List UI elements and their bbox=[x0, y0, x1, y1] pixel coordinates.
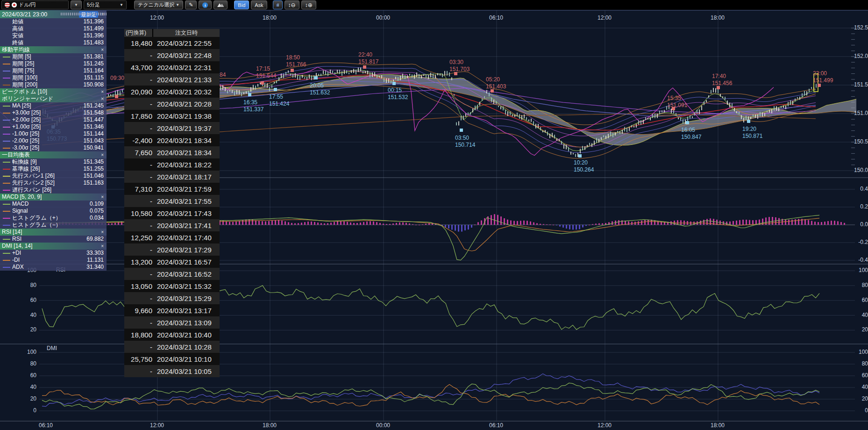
macd-tick-label: 0.4 bbox=[860, 186, 868, 192]
indicator-label: 期間 [100] bbox=[12, 74, 84, 81]
indicator-value: 151.396 bbox=[84, 18, 104, 25]
timeframe-selector[interactable]: 5分足 ▼ bbox=[84, 0, 127, 9]
order-row[interactable]: -2024/03/21 15:29 bbox=[124, 292, 220, 304]
close-icon[interactable]: × bbox=[100, 95, 105, 102]
vertical-zoom-out-button[interactable]: ↕⊖ bbox=[285, 0, 299, 9]
order-row[interactable]: -2024/03/21 10:05 bbox=[124, 365, 220, 377]
line-color-swatch bbox=[3, 218, 12, 219]
order-row[interactable]: 7,6502024/03/21 18:34 bbox=[124, 146, 220, 158]
order-row[interactable]: 20,0902024/03/21 20:32 bbox=[124, 86, 220, 98]
order-row[interactable]: -2024/03/21 21:33 bbox=[124, 73, 220, 86]
close-icon[interactable]: × bbox=[100, 46, 105, 53]
currency-dropdown-button[interactable]: ▼ bbox=[71, 0, 82, 9]
info-button[interactable]: i bbox=[199, 0, 212, 9]
bottom-annotation: 17:55151.424 bbox=[269, 93, 289, 108]
close-icon[interactable]: × bbox=[100, 194, 105, 201]
order-amount: 7,650 bbox=[124, 149, 152, 157]
line-color-swatch bbox=[3, 127, 12, 128]
order-row[interactable]: -2024/03/21 20:28 bbox=[124, 98, 220, 110]
order-row[interactable]: -2024/03/21 10:28 bbox=[124, 341, 220, 353]
order-row[interactable]: -2,4002024/03/21 18:34 bbox=[124, 134, 220, 146]
indicator-value: 31.340 bbox=[86, 264, 104, 271]
top-time-label: 18:00 bbox=[263, 14, 277, 21]
chart-type-button[interactable] bbox=[213, 0, 228, 9]
ask-button[interactable]: Ask bbox=[251, 0, 267, 9]
order-row[interactable]: 12,2502024/03/21 17:40 bbox=[124, 231, 220, 244]
indicator-label: 先行スパン1 [26] bbox=[12, 172, 84, 179]
line-color-swatch bbox=[3, 57, 12, 57]
order-row[interactable]: -2024/03/21 17:55 bbox=[124, 195, 220, 207]
line-color-swatch bbox=[3, 211, 12, 212]
close-icon[interactable]: × bbox=[100, 151, 105, 158]
dmi-tick-label-left: 100 bbox=[24, 349, 36, 355]
indicator-label: 期間 [75] bbox=[12, 67, 84, 74]
indicator-label: +2.00σ [25] bbox=[12, 116, 84, 123]
order-row[interactable]: 18,4802024/03/21 22:55 bbox=[124, 37, 220, 49]
close-icon[interactable]: × bbox=[100, 229, 105, 236]
candle-fit-button[interactable]: ılıl bbox=[273, 0, 283, 9]
order-row[interactable]: 43,7002024/03/21 22:31 bbox=[124, 61, 220, 73]
order-row[interactable]: 10,5802024/03/21 17:43 bbox=[124, 207, 220, 219]
indicator-row: 期間 [100]151.115 bbox=[0, 74, 107, 81]
order-amount: -2,400 bbox=[124, 136, 152, 144]
order-amount: - bbox=[124, 367, 152, 375]
indicator-label: ヒストグラム（−） bbox=[12, 222, 104, 229]
order-amount: 9,660 bbox=[124, 307, 152, 315]
draw-tool-button[interactable]: ✎ bbox=[185, 0, 197, 9]
info-panel-body: 始値151.396高値151.499安値151.396終値151.483移動平均… bbox=[0, 18, 107, 271]
dmi-tick-label-left: 0 bbox=[24, 407, 36, 414]
indicator-value: 151.164 bbox=[84, 67, 104, 74]
indicator-label: 期間 [200] bbox=[12, 81, 84, 88]
order-datetime: 2024/03/21 17:41 bbox=[152, 222, 212, 229]
order-row[interactable]: 13,2002024/03/21 16:57 bbox=[124, 256, 220, 268]
dmi-tick-label-left: 40 bbox=[24, 384, 36, 390]
order-datetime: 2024/03/21 22:48 bbox=[152, 51, 212, 59]
order-row[interactable]: 18,8002024/03/21 10:40 bbox=[124, 329, 220, 341]
bottom-annotation: 16:35151.337 bbox=[243, 99, 263, 113]
order-row[interactable]: -2024/03/21 22:48 bbox=[124, 49, 220, 61]
order-row[interactable]: -2024/03/21 19:37 bbox=[124, 122, 220, 134]
macd-tick-label: -0.2 bbox=[858, 239, 868, 245]
order-row[interactable]: -2024/03/21 16:52 bbox=[124, 268, 220, 280]
order-amount: 20,090 bbox=[124, 88, 152, 96]
order-datetime: 2024/03/21 15:29 bbox=[152, 294, 212, 302]
indicator-section-header: RSI [14]× bbox=[0, 229, 107, 236]
close-icon[interactable]: × bbox=[100, 88, 105, 95]
order-row[interactable]: 17,8502024/03/21 19:38 bbox=[124, 110, 220, 122]
order-row[interactable]: 9,6602024/03/21 13:17 bbox=[124, 304, 220, 316]
order-row[interactable]: -2024/03/21 17:41 bbox=[124, 219, 220, 231]
indicator-value: 151.345 bbox=[84, 158, 104, 165]
order-row[interactable]: 7,3102024/03/21 17:59 bbox=[124, 183, 220, 195]
line-color-swatch bbox=[3, 113, 12, 114]
bid-button[interactable]: Bid bbox=[234, 0, 249, 9]
order-row[interactable]: -2024/03/21 17:29 bbox=[124, 244, 220, 256]
indicator-label: MACD bbox=[12, 201, 90, 208]
panel-drag-strip[interactable] bbox=[61, 13, 107, 15]
close-icon[interactable]: × bbox=[100, 243, 105, 250]
order-row[interactable]: -2024/03/21 18:17 bbox=[124, 171, 220, 183]
rsi-tick-label: 40 bbox=[862, 312, 868, 318]
technical-select-button[interactable]: テクニカル選択 ▼ bbox=[134, 0, 183, 9]
currency-pair-selector[interactable]: ドル/円 bbox=[1, 0, 69, 9]
indicator-row: 期間 [25]151.245 bbox=[0, 60, 107, 67]
order-row[interactable]: -2024/03/21 18:22 bbox=[124, 158, 220, 171]
order-row[interactable]: -2024/03/21 13:09 bbox=[124, 316, 220, 329]
indicator-label: -3.00σ [25] bbox=[12, 144, 84, 151]
order-datetime: 2024/03/21 16:57 bbox=[152, 258, 212, 266]
indicator-row: +3.00σ [25]151.548 bbox=[0, 109, 107, 116]
vertical-zoom-in-button[interactable]: ↕⊕ bbox=[301, 0, 316, 9]
timeframe-label: 5分足 bbox=[87, 1, 100, 8]
order-row[interactable]: 25,7502024/03/21 10:10 bbox=[124, 353, 220, 365]
indicator-row: MA [25]151.245 bbox=[0, 102, 107, 109]
indicator-value: 151.115 bbox=[84, 74, 104, 81]
order-row[interactable]: 13,0502024/03/21 15:32 bbox=[124, 280, 220, 292]
indicator-value: 0.109 bbox=[90, 201, 104, 208]
peak-annotation: 17:15151.544 bbox=[256, 65, 276, 79]
order-datetime: 2024/03/21 22:31 bbox=[152, 64, 212, 72]
top-time-label: 06:10 bbox=[489, 14, 503, 21]
bottom-time-label: 06:10 bbox=[489, 422, 503, 429]
indicator-row: 期間 [5]151.381 bbox=[0, 53, 107, 60]
bottom-annotation: 03:50150.714 bbox=[455, 135, 475, 149]
order-amount: - bbox=[124, 161, 152, 169]
indicator-section-title: 一目均衡表 bbox=[2, 151, 100, 158]
